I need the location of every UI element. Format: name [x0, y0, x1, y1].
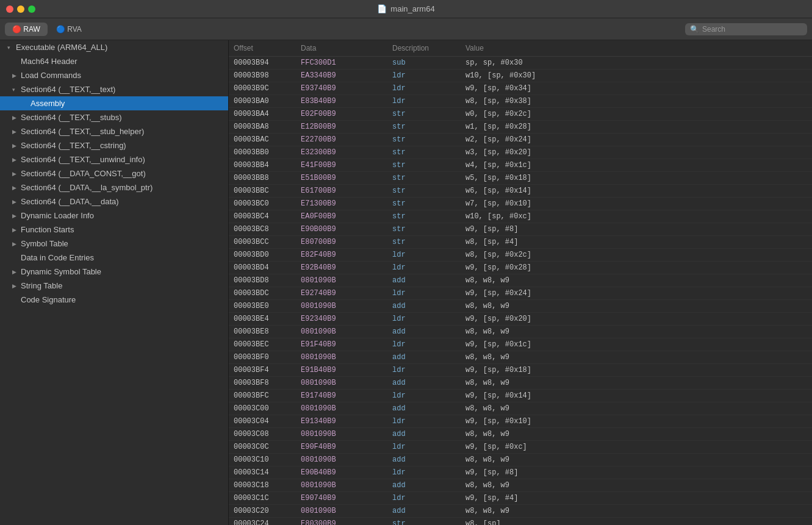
offset-cell: 00003BBC	[234, 186, 301, 196]
operands-cell: w5, [sp, #0x18]	[465, 173, 734, 183]
sidebar-item-string-table[interactable]: ▶String Table	[0, 279, 228, 293]
table-row[interactable]: 00003BF4E91B40B9ldrw9, [sp, #0x18]	[229, 364, 812, 377]
sidebar-item-section64-text-text[interactable]: ▾Section64 (__TEXT,__text)	[0, 82, 228, 96]
table-row[interactable]: 00003C04E91340B9ldrw9, [sp, #0x10]	[229, 415, 812, 428]
sidebar-item-code-signature[interactable]: Code Signature	[0, 293, 228, 307]
sidebar-item-section64-text-cstring[interactable]: ▶Section64 (__TEXT,__cstring)	[0, 138, 228, 152]
offset-cell: 00003BB4	[234, 160, 301, 170]
table-row[interactable]: 00003BB0E32300B9strw3, [sp, #0x20]	[229, 146, 812, 159]
table-row[interactable]: 00003BACE22700B9strw2, [sp, #0x24]	[229, 134, 812, 146]
operands-cell: w7, [sp, #0x10]	[465, 199, 734, 209]
table-row[interactable]: 00003BECE91F40B9ldrw9, [sp, #0x1c]	[229, 338, 812, 351]
offset-cell: 00003BD8	[234, 276, 301, 285]
data-cell: E80700B9	[301, 237, 392, 247]
table-row[interactable]: 00003C180801090Baddw8, w8, w9	[229, 479, 812, 492]
table-row[interactable]: 00003C0CE90F40B9ldrw9, [sp, #0xc]	[229, 441, 812, 454]
sidebar-item-label: Section64 (__TEXT,__unwind_info)	[21, 155, 145, 164]
table-row[interactable]: 00003B9CE93740B9ldrw9, [sp, #0x34]	[229, 82, 812, 95]
sidebar-item-dynamic-symbol-table[interactable]: ▶Dynamic Symbol Table	[0, 265, 228, 279]
table-row[interactable]: 00003BE80801090Baddw8, w8, w9	[229, 326, 812, 338]
sidebar-item-section64-data-la-symbol-ptr[interactable]: ▶Section64 (__DATA,__la_symbol_ptr)	[0, 180, 228, 195]
raw-tab[interactable]: 🔴 RAW	[5, 23, 48, 36]
table-row[interactable]: 00003B94FFC300D1subsp, sp, #0x30	[229, 57, 812, 70]
value-cell	[734, 480, 807, 490]
sidebar-item-load-commands[interactable]: ▶Load Commands	[0, 68, 228, 82]
sidebar-item-section64-data-const-got[interactable]: ▶Section64 (__DATA_CONST,__got)	[0, 166, 228, 180]
data-cell: E71300B9	[301, 199, 392, 209]
table-row[interactable]: 00003BB4E41F00B9strw4, [sp, #0x1c]	[229, 159, 812, 172]
table-row[interactable]: 00003BF80801090Baddw8, w8, w9	[229, 377, 812, 390]
table-row[interactable]: 00003C14E90B40B9ldrw9, [sp, #8]	[229, 466, 812, 479]
sidebar-item-label: Section64 (__DATA,__data)	[21, 197, 119, 206]
sidebar-item-label: Mach64 Header	[21, 57, 77, 66]
offset-cell: 00003BAC	[234, 135, 301, 145]
table-row[interactable]: 00003C24E80300B9strw8, [sp]	[229, 518, 812, 525]
table-row[interactable]: 00003BBCE61700B9strw6, [sp, #0x14]	[229, 185, 812, 198]
data-cell: E92B40B9	[301, 263, 392, 273]
data-cell: E90B00B9	[301, 224, 392, 234]
table-row[interactable]: 00003BA0E83B40B9ldrw8, [sp, #0x38]	[229, 95, 812, 108]
table-row[interactable]: 00003BC0E71300B9strw7, [sp, #0x10]	[229, 198, 812, 210]
value-cell	[734, 263, 807, 273]
operands-cell: w9, [sp, #0x10]	[465, 416, 734, 426]
sidebar-item-assembly[interactable]: Assembly	[0, 96, 228, 110]
table-row[interactable]: 00003BFCE91740B9ldrw9, [sp, #0x14]	[229, 390, 812, 402]
sidebar-item-mach64-header[interactable]: Mach64 Header	[0, 54, 228, 68]
desc-cell: add	[392, 480, 465, 490]
table-row[interactable]: 00003BD0E82F40B9ldrw8, [sp, #0x2c]	[229, 249, 812, 262]
table-row[interactable]: 00003BE00801090Baddw8, w8, w9	[229, 300, 812, 313]
table-row[interactable]: 00003B98EA3340B9ldrw10, [sp, #0x30]	[229, 70, 812, 82]
desc-cell: ldr	[392, 71, 465, 80]
search-input[interactable]	[702, 25, 800, 34]
table-row[interactable]: 00003BDCE92740B9ldrw9, [sp, #0x24]	[229, 287, 812, 300]
col-value: Value	[465, 44, 734, 52]
data-cell: E32300B9	[301, 148, 392, 157]
rva-tab[interactable]: 🔵 RVA	[49, 23, 89, 36]
chevron-icon: ▶	[12, 241, 18, 247]
table-row[interactable]: 00003BF00801090Baddw8, w8, w9	[229, 351, 812, 364]
close-button[interactable]	[6, 5, 13, 13]
table-row[interactable]: 00003BCCE80700B9strw8, [sp, #4]	[229, 236, 812, 249]
table-row[interactable]: 00003C200801090Baddw8, w8, w9	[229, 505, 812, 518]
value-cell	[734, 391, 807, 401]
table-row[interactable]: 00003BD80801090Baddw8, w8, w9	[229, 274, 812, 287]
data-cell: 0801090B	[301, 429, 392, 439]
table-row[interactable]: 00003BC4EA0F00B9strw10, [sp, #0xc]	[229, 210, 812, 223]
operands-cell: w9, [sp, #0x28]	[465, 263, 734, 273]
desc-cell: str	[392, 199, 465, 209]
sidebar-item-section64-data-data[interactable]: ▶Section64 (__DATA,__data)	[0, 195, 228, 209]
maximize-button[interactable]	[28, 5, 35, 13]
table-row[interactable]: 00003C1CE90740B9ldrw9, [sp, #4]	[229, 492, 812, 505]
offset-cell: 00003BF0	[234, 352, 301, 362]
sidebar-item-dynamic-loader-info[interactable]: ▶Dynamic Loader Info	[0, 209, 228, 223]
table-row[interactable]: 00003BD4E92B40B9ldrw9, [sp, #0x28]	[229, 262, 812, 274]
table-row[interactable]: 00003BA4E02F00B9strw0, [sp, #0x2c]	[229, 108, 812, 121]
desc-cell: str	[392, 519, 465, 525]
sidebar-item-label: Data in Code Entries	[21, 253, 94, 262]
data-cell: EA3340B9	[301, 71, 392, 80]
table-row[interactable]: 00003BC8E90B00B9strw9, [sp, #8]	[229, 223, 812, 236]
offset-cell: 00003B94	[234, 58, 301, 68]
table-row[interactable]: 00003C100801090Baddw8, w8, w9	[229, 454, 812, 466]
sidebar-item-function-starts[interactable]: ▶Function Starts	[0, 223, 228, 237]
sidebar-item-section64-text-unwind-info[interactable]: ▶Section64 (__TEXT,__unwind_info)	[0, 152, 228, 166]
chevron-icon: ▶	[12, 129, 18, 135]
table-row[interactable]: 00003BB8E51B00B9strw5, [sp, #0x18]	[229, 172, 812, 185]
table-row[interactable]: 00003BE4E92340B9ldrw9, [sp, #0x20]	[229, 313, 812, 326]
value-cell	[734, 237, 807, 247]
table-row[interactable]: 00003BA8E12B00B9strw1, [sp, #0x28]	[229, 121, 812, 134]
table-row[interactable]: 00003C000801090Baddw8, w8, w9	[229, 402, 812, 415]
desc-cell: ldr	[392, 468, 465, 477]
minimize-button[interactable]	[17, 5, 24, 13]
data-cell: E41F00B9	[301, 160, 392, 170]
desc-cell: str	[392, 160, 465, 170]
sidebar-item-section64-text-stubs[interactable]: ▶Section64 (__TEXT,__stubs)	[0, 110, 228, 124]
operands-cell: w8, [sp, #0x2c]	[465, 250, 734, 260]
data-cell: E90F40B9	[301, 442, 392, 452]
sidebar-item-data-in-code[interactable]: Data in Code Entries	[0, 251, 228, 265]
sidebar-item-section64-text-stub-helper[interactable]: ▶Section64 (__TEXT,__stub_helper)	[0, 124, 228, 138]
sidebar-item-symbol-table[interactable]: ▶Symbol Table	[0, 237, 228, 251]
sidebar-item-executable[interactable]: ▾Executable (ARM64_ALL)	[0, 40, 228, 54]
table-row[interactable]: 00003C080801090Baddw8, w8, w9	[229, 428, 812, 441]
desc-cell: ldr	[392, 288, 465, 298]
